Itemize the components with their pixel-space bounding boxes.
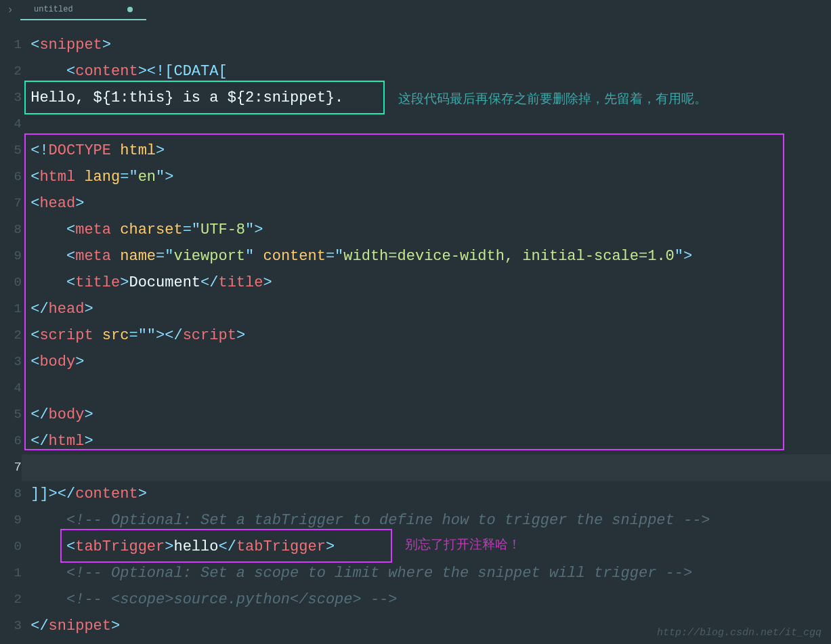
line-number: 2 [0,58,22,85]
tab-untitled[interactable]: untitled [20,0,146,20]
line-number: 1 [0,32,22,58]
code-line: <snippet> [22,32,831,58]
annotation-text-1: 这段代码最后再保存之前要删除掉，先留着，有用呢。 [398,90,707,108]
code-line: </body> [22,402,831,428]
tab-modified-dot-icon [127,7,133,12]
line-number: 1 [0,560,22,586]
code-line: <!-- Optional: Set a tabTrigger to defin… [22,507,831,534]
code-line: <meta charset="UTF-8"> [22,217,831,243]
code-line: </html> [22,428,831,454]
line-number: 3 [0,85,22,111]
line-number: 3 [0,613,22,639]
line-number: 6 [0,428,22,454]
line-number: 0 [0,270,22,296]
line-number: 0 [0,534,22,560]
watermark: http://blog.csdn.net/it_cgq [657,627,822,639]
line-number: 3 [0,349,22,375]
code-line: ]]></content> [22,481,831,507]
code-line: <title>Document</title> [22,270,831,296]
line-number: 4 [0,375,22,402]
tab-title: untitled [34,5,73,14]
line-number: 7 [0,454,22,481]
code-line [22,454,831,481]
code-line: <html lang="en"> [22,164,831,190]
line-number: 9 [0,507,22,534]
editor: 1 2 3 4 5 6 7 8 9 0 1 2 3 4 5 6 7 8 9 0 … [0,22,831,644]
line-number: 8 [0,217,22,243]
code-line [22,375,831,402]
annotation-text-2: 别忘了打开注释哈！ [405,536,521,553]
code-line: <!-- <scope>source.python</scope> --> [22,586,831,613]
code-line: <head> [22,190,831,217]
line-number: 5 [0,137,22,164]
tab-bar: › untitled [0,0,831,22]
code-line: <script src=""></script> [22,322,831,349]
line-number: 7 [0,190,22,217]
code-line: <!DOCTYPE html> [22,137,831,164]
code-line: </head> [22,296,831,322]
code-line: <body> [22,349,831,375]
line-number: 5 [0,402,22,428]
line-number: 9 [0,243,22,270]
code-line: <!-- Optional: Set a scope to limit wher… [22,560,831,586]
code-line: <content><![CDATA[ [22,58,831,85]
line-number: 2 [0,586,22,613]
code-line [22,111,831,137]
gutter: 1 2 3 4 5 6 7 8 9 0 1 2 3 4 5 6 7 8 9 0 … [0,22,22,644]
tab-arrow-icon[interactable]: › [0,0,20,20]
line-number: 8 [0,481,22,507]
line-number: 4 [0,111,22,137]
code-line: <meta name="viewport" content="width=dev… [22,243,831,270]
line-number: 1 [0,296,22,322]
code-area[interactable]: <snippet> <content><![CDATA[ Hello, ${1:… [22,22,831,644]
line-number: 6 [0,164,22,190]
line-number: 2 [0,322,22,349]
